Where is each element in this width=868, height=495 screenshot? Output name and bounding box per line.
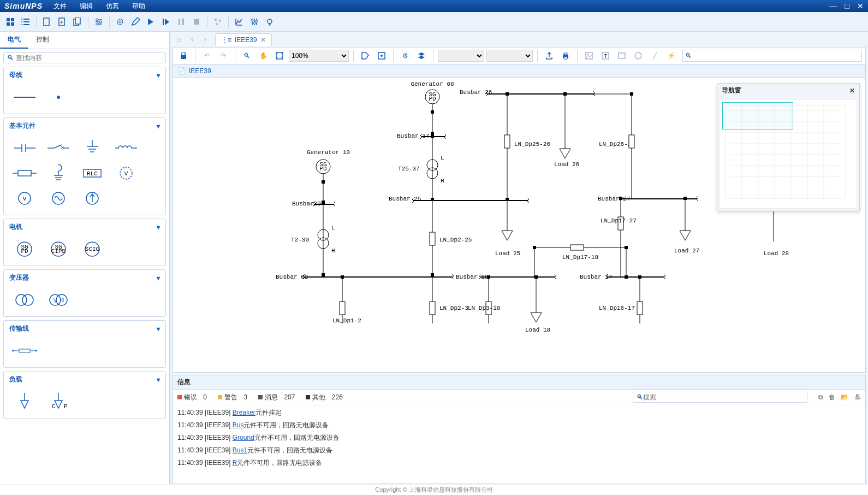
copy-icon[interactable]: ⧉ (818, 393, 823, 401)
back-icon[interactable]: ‹ (187, 34, 198, 45)
edit-icon[interactable] (128, 15, 142, 29)
navigator-body[interactable] (720, 99, 857, 209)
close-icon[interactable]: ✕ (857, 2, 864, 10)
transformer-yd-symbol[interactable] (43, 289, 74, 311)
gear-icon[interactable]: ⚙ (398, 49, 412, 63)
tab-control[interactable]: 控制 (28, 32, 57, 49)
canvas-search[interactable]: 🔍︎ (682, 50, 862, 62)
zoom-select[interactable]: 100% (289, 50, 349, 62)
rlc-symbol[interactable]: RLC (77, 162, 108, 184)
doc-icon[interactable] (40, 15, 54, 29)
lock-icon[interactable] (176, 49, 191, 63)
ground-symbol[interactable] (77, 137, 108, 159)
home-icon[interactable]: ⌂ (174, 34, 185, 45)
info-tab-msg[interactable]: 消息 207 (258, 393, 295, 402)
layers-icon[interactable] (414, 49, 429, 63)
info-search[interactable]: 🔍︎ (633, 392, 807, 403)
info-tab-error[interactable]: 错误 0 (177, 393, 207, 402)
list-icon[interactable] (19, 15, 33, 29)
cvp-load-symbol[interactable]: CP (43, 391, 74, 412)
ac-source-symbol[interactable] (43, 187, 74, 209)
source-ground-symbol[interactable] (43, 162, 74, 184)
sg-pd-symbol[interactable]: SGPD (9, 238, 40, 260)
doc-copy-icon[interactable] (70, 15, 85, 29)
center-icon[interactable] (374, 49, 389, 63)
transformer-2w-symbol[interactable] (9, 289, 40, 311)
message-link[interactable]: Bus1 (233, 446, 247, 454)
message-link[interactable]: Ground (233, 434, 254, 441)
forward-icon[interactable]: › (200, 34, 211, 45)
category-head[interactable]: 基本元件▾ (4, 118, 165, 134)
print-icon[interactable] (558, 49, 573, 63)
document-tab[interactable]: ⋮≡ IEEE39 ✕ (215, 33, 272, 46)
trash-icon[interactable]: 🗑 (829, 393, 835, 401)
chart-icon[interactable] (232, 15, 246, 29)
canvas[interactable]: Generator 08 SGPD Busbar 26 LN_Dp25-26 L… (173, 78, 866, 373)
menu-file[interactable]: 文件 (53, 2, 67, 11)
current-source-symbol[interactable] (77, 187, 108, 209)
fit-icon[interactable] (272, 49, 287, 63)
gear-icon[interactable] (113, 15, 127, 29)
doc-add-icon[interactable]: + (55, 15, 69, 29)
sidebar-search[interactable]: 🔍︎ (3, 52, 166, 63)
switch-symbol[interactable] (43, 137, 74, 159)
sliders-icon[interactable] (247, 15, 261, 29)
print-icon[interactable]: 🖶 (854, 393, 861, 401)
maximize-icon[interactable]: □ (845, 2, 849, 10)
message-row[interactable]: 11:40:39 [IEEE39] R元件不可用，回路无电源设备 (177, 457, 861, 469)
info-search-input[interactable] (643, 393, 804, 401)
canvas-search-input[interactable] (692, 52, 859, 60)
category-head[interactable]: 传输线▾ (4, 321, 165, 337)
message-link[interactable]: Bus (233, 421, 244, 429)
message-row[interactable]: 11:40:39 [IEEE39] Bus元件不可用，回路无电源设备 (177, 419, 861, 432)
navigator-header[interactable]: 导航窗 ✕ (717, 84, 859, 97)
menu-edit[interactable]: 编辑 (80, 2, 93, 11)
minimize-icon[interactable]: — (830, 2, 837, 10)
busbar-line-symbol[interactable] (9, 86, 40, 108)
message-row[interactable]: 11:40:39 [IEEE39] Ground元件不可用，回路无电源设备 (177, 432, 861, 444)
grid-icon[interactable] (3, 15, 17, 29)
navigator-close-icon[interactable]: ✕ (849, 87, 855, 95)
category-head[interactable]: 负载▾ (4, 372, 165, 387)
folder-icon[interactable]: 📂 (841, 393, 849, 401)
scig-symbol[interactable]: SCIG (77, 238, 108, 260)
select-1[interactable] (438, 50, 484, 62)
export-icon[interactable] (542, 49, 556, 63)
svg-text:H: H (331, 248, 335, 254)
svg-rect-177 (570, 245, 584, 250)
play-icon[interactable] (144, 15, 158, 29)
busbar-node-symbol[interactable] (43, 86, 74, 108)
select-2[interactable] (486, 50, 533, 62)
settings-icon[interactable] (92, 15, 106, 29)
message-list[interactable]: 11:40:39 [IEEE39] Breaker元件挂起11:40:39 [I… (173, 405, 865, 484)
tag-icon[interactable] (358, 49, 372, 63)
voltmeter-symbol[interactable]: V (9, 187, 40, 209)
info-tab-other[interactable]: 其他 226 (306, 393, 342, 402)
category-head[interactable]: 电机▾ (4, 219, 165, 235)
tab-close-icon[interactable]: ✕ (260, 36, 266, 44)
capacitor-symbol[interactable] (9, 137, 40, 159)
tab-electric[interactable]: 电气 (0, 32, 28, 49)
svg-text:PD: PD (429, 96, 436, 102)
crumb-label[interactable]: IEEE39 (189, 67, 211, 75)
zoom-icon[interactable]: 🔍︎ (240, 49, 254, 63)
navigator-window[interactable]: 导航窗 ✕ (717, 83, 860, 211)
line-symbol[interactable] (9, 340, 40, 362)
load-symbol[interactable] (9, 391, 40, 412)
menu-help[interactable]: 帮助 (132, 2, 145, 11)
info-tab-warn[interactable]: 警告 3 (218, 393, 247, 402)
message-row[interactable]: 11:40:39 [IEEE39] Breaker元件挂起 (177, 406, 861, 419)
message-link[interactable]: Breaker (233, 409, 255, 416)
voltmeter-dashed-symbol[interactable]: V (111, 162, 141, 184)
light-icon[interactable] (263, 15, 277, 29)
sg-cipd-symbol[interactable]: SGCIPD (43, 238, 74, 260)
search-input[interactable] (16, 54, 162, 62)
pan-icon[interactable]: ✋ (256, 49, 270, 63)
step-icon[interactable] (159, 15, 173, 29)
category-head[interactable]: 变压器▾ (4, 270, 165, 286)
inductor-symbol[interactable] (111, 137, 141, 159)
menu-sim[interactable]: 仿真 (106, 2, 119, 11)
category-head[interactable]: 母线▾ (4, 67, 165, 83)
message-row[interactable]: 11:40:39 [IEEE39] Bus1元件不可用，回路无电源设备 (177, 444, 861, 457)
resistor-symbol[interactable] (9, 162, 40, 184)
